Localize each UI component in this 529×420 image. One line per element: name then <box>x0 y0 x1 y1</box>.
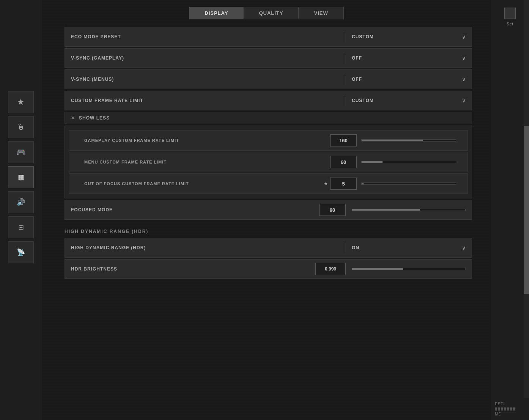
sidebar-item-controller[interactable]: 🎮 <box>8 141 34 163</box>
tab-bar: DISPLAY QUALITY VIEW <box>42 0 491 27</box>
hdr-value: ON <box>352 245 458 250</box>
hdr-label: HIGH DYNAMIC RANGE (HDR) <box>71 245 336 250</box>
sub-settings-container: GAMEPLAY CUSTOM FRAME RATE LIMIT 160 MEN… <box>65 126 472 198</box>
sidebar-item-display[interactable]: ▦ <box>8 166 34 188</box>
divider <box>344 74 344 85</box>
eco-mode-preset-value: CUSTOM <box>352 34 458 39</box>
hdr-brightness-row: HDR BRIGHTNESS 0.990 <box>65 259 472 279</box>
star-icon: ★ <box>17 97 25 107</box>
divider <box>344 31 344 42</box>
out-of-focus-frame-rate-label: OUT OF FOCUS CUSTOM FRAME RATE LIMIT <box>84 181 321 186</box>
divider <box>344 52 344 64</box>
content-area: DISPLAY QUALITY VIEW ECO MODE PRESET CUS… <box>42 0 491 420</box>
focused-mode-slider[interactable] <box>352 209 466 211</box>
eco-mode-preset-label: ECO MODE PRESET <box>71 34 336 39</box>
menu-custom-frame-rate-slider[interactable] <box>361 161 456 163</box>
sidebar-item-favorites[interactable]: ★ <box>8 91 34 113</box>
scrollbar-thumb[interactable] <box>524 126 529 294</box>
gameplay-custom-frame-rate-slider-fill <box>362 140 423 141</box>
hdr-brightness-value[interactable]: 0.990 <box>315 263 346 275</box>
menu-custom-frame-rate-slider-fill <box>362 161 383 163</box>
settings-content: ECO MODE PRESET CUSTOM ∨ V-SYNC (GAMEPLA… <box>42 27 491 420</box>
focused-mode-value[interactable]: 90 <box>319 204 346 216</box>
esti-panel: ESTI MC <box>491 398 529 420</box>
interface-icon: ⊟ <box>18 223 24 231</box>
eco-mode-preset-value-container: CUSTOM ∨ <box>352 34 466 40</box>
main-container: ★ 🖱 🎮 ▦ 🔊 ⊟ 📡 DISPLAY QUALITY VIEW <box>0 0 529 420</box>
vsync-gameplay-value: OFF <box>352 55 458 61</box>
tab-quality[interactable]: QUALITY <box>243 7 299 19</box>
focused-mode-row: FOCUSED MODE 90 <box>65 200 472 220</box>
scrollbar-track <box>524 0 529 420</box>
divider <box>344 95 344 106</box>
esti-bar <box>495 407 525 411</box>
gameplay-custom-frame-rate-value-container: 160 <box>330 134 456 146</box>
controller-icon: 🎮 <box>16 148 26 157</box>
vsync-menus-value: OFF <box>352 77 458 82</box>
out-of-focus-frame-rate-value-container: 5 <box>330 178 456 190</box>
sidebar-item-mouse[interactable]: 🖱 <box>8 116 34 138</box>
mc-text: MC <box>495 412 525 416</box>
vsync-gameplay-label: V-SYNC (GAMEPLAY) <box>71 55 336 61</box>
hdr-value-container: ON ∨ <box>352 245 466 251</box>
menu-custom-frame-rate-row: MENU CUSTOM FRAME RATE LIMIT 60 <box>69 152 468 172</box>
tab-display[interactable]: DISPLAY <box>189 7 243 19</box>
hdr-brightness-slider-fill <box>352 268 403 270</box>
hdr-brightness-label: HDR BRIGHTNESS <box>71 266 309 272</box>
tab-view[interactable]: VIEW <box>299 7 343 19</box>
custom-frame-rate-limit-chevron-icon: ∨ <box>462 98 466 104</box>
set-label: Set <box>507 22 513 26</box>
vsync-gameplay-row[interactable]: V-SYNC (GAMEPLAY) OFF ∨ <box>65 48 472 68</box>
out-of-focus-frame-rate-slider[interactable] <box>361 182 456 185</box>
sidebar-item-interface[interactable]: ⊟ <box>8 216 34 238</box>
display-icon: ▦ <box>18 173 24 181</box>
vsync-menus-row[interactable]: V-SYNC (MENUS) OFF ∨ <box>65 69 472 89</box>
show-less-toggle[interactable]: ✕ SHOW LESS <box>65 112 472 124</box>
focused-mode-slider-fill <box>352 209 420 211</box>
vsync-menus-value-container: OFF ∨ <box>352 76 466 82</box>
out-of-focus-frame-rate-slider-fill <box>362 183 364 184</box>
divider <box>344 242 344 253</box>
custom-frame-rate-limit-label: CUSTOM FRAME RATE LIMIT <box>71 98 336 103</box>
collapse-icon: ✕ <box>71 115 75 121</box>
esti-bar-seg-3 <box>501 407 503 411</box>
out-of-focus-frame-rate-value[interactable]: 5 <box>330 178 357 190</box>
esti-text: ESTI <box>495 402 525 406</box>
esti-bar-seg-2 <box>498 407 500 411</box>
esti-bar-seg-7 <box>513 407 515 411</box>
out-of-focus-frame-rate-row: OUT OF FOCUS CUSTOM FRAME RATE LIMIT ★ 5 <box>69 173 468 194</box>
mouse-icon: 🖱 <box>17 123 25 132</box>
hdr-chevron-icon: ∨ <box>462 245 466 251</box>
vsync-gameplay-value-container: OFF ∨ <box>352 55 466 61</box>
sidebar-item-network[interactable]: 📡 <box>8 241 34 263</box>
esti-bar-seg-5 <box>507 407 509 411</box>
gameplay-custom-frame-rate-slider[interactable] <box>361 139 456 142</box>
esti-bar-seg-4 <box>504 407 506 411</box>
hdr-section-header: HIGH DYNAMIC RANGE (HDR) <box>65 221 472 238</box>
menu-custom-frame-rate-value-container: 60 <box>330 156 456 168</box>
esti-bar-seg-6 <box>510 407 512 411</box>
vsync-gameplay-chevron-icon: ∨ <box>462 55 466 61</box>
hdr-row[interactable]: HIGH DYNAMIC RANGE (HDR) ON ∨ <box>65 238 472 258</box>
gameplay-custom-frame-rate-value[interactable]: 160 <box>330 134 357 146</box>
show-less-label: SHOW LESS <box>79 115 110 121</box>
focused-mode-label: FOCUSED MODE <box>71 207 313 212</box>
gameplay-custom-frame-rate-label: GAMEPLAY CUSTOM FRAME RATE LIMIT <box>84 138 330 143</box>
vsync-menus-label: V-SYNC (MENUS) <box>71 77 336 82</box>
audio-icon: 🔊 <box>17 198 25 206</box>
gameplay-custom-frame-rate-row: GAMEPLAY CUSTOM FRAME RATE LIMIT 160 <box>69 130 468 151</box>
right-panel: Set ESTI MC <box>491 0 529 420</box>
custom-frame-rate-limit-row[interactable]: CUSTOM FRAME RATE LIMIT CUSTOM ∨ <box>65 91 472 110</box>
sidebar: ★ 🖱 🎮 ▦ 🔊 ⊟ 📡 <box>0 0 42 420</box>
eco-mode-chevron-icon: ∨ <box>462 34 466 40</box>
eco-mode-preset-row[interactable]: ECO MODE PRESET CUSTOM ∨ <box>65 27 472 47</box>
menu-custom-frame-rate-label: MENU CUSTOM FRAME RATE LIMIT <box>84 160 330 164</box>
network-icon: 📡 <box>17 248 25 256</box>
esti-bar-seg-1 <box>495 407 497 411</box>
menu-custom-frame-rate-value[interactable]: 60 <box>330 156 357 168</box>
out-of-focus-star-icon: ★ <box>324 181 328 186</box>
custom-frame-rate-limit-value: CUSTOM <box>352 98 458 103</box>
hdr-brightness-slider[interactable] <box>352 268 466 270</box>
right-panel-box <box>504 8 516 19</box>
sidebar-item-audio[interactable]: 🔊 <box>8 191 34 213</box>
